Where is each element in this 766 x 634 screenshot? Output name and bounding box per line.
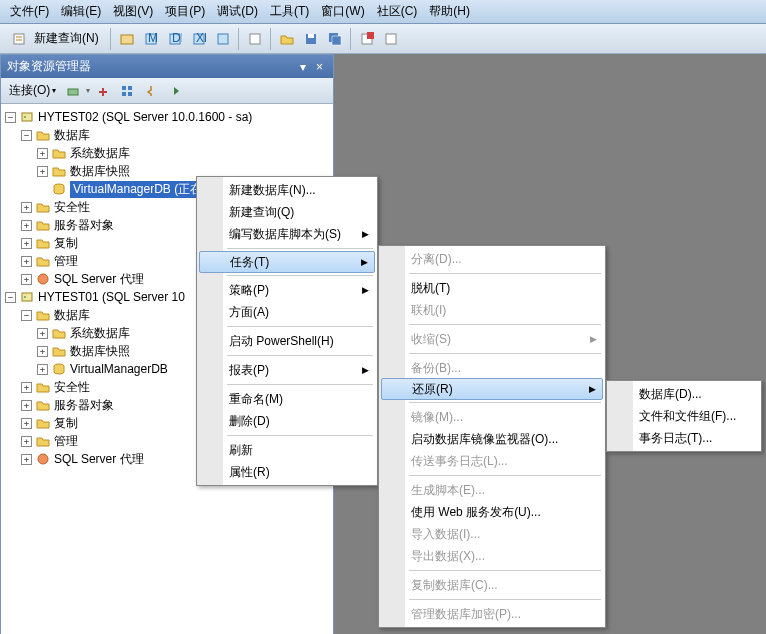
svg-rect-26 (22, 293, 32, 301)
new-query-button[interactable]: 新建查询(N) (4, 28, 106, 50)
ctx-refresh[interactable]: 刷新 (199, 439, 375, 461)
ctx-encrypt: 管理数据库加密(P)... (381, 603, 603, 625)
svg-rect-15 (367, 32, 374, 39)
folder-icon (35, 379, 51, 395)
tb-btn-7[interactable] (356, 28, 378, 50)
tb-btn-2[interactable]: MD (140, 28, 162, 50)
submenu-arrow-icon: ▶ (362, 229, 369, 239)
expand-icon[interactable]: + (21, 202, 32, 213)
menu-tools[interactable]: 工具(T) (264, 0, 315, 23)
open-button[interactable] (276, 28, 298, 50)
context-menu-3: 数据库(D)... 文件和文件组(F)... 事务日志(T)... (606, 380, 762, 452)
ctx-newquery[interactable]: 新建查询(Q) (199, 201, 375, 223)
panel-tb-3[interactable] (116, 80, 138, 102)
agent-icon (35, 271, 51, 287)
menu-view[interactable]: 视图(V) (107, 0, 159, 23)
expand-icon[interactable]: + (21, 238, 32, 249)
folder-icon (35, 433, 51, 449)
agent-icon (35, 451, 51, 467)
ctx-delete[interactable]: 删除(D) (199, 410, 375, 432)
panel-title-text: 对象资源管理器 (7, 58, 91, 75)
ctx-report[interactable]: 报表(P)▶ (199, 359, 375, 381)
expand-icon[interactable]: + (37, 364, 48, 375)
database-icon (51, 361, 67, 377)
ctx-restore-translog[interactable]: 事务日志(T)... (609, 427, 759, 449)
ctx-monitor[interactable]: 启动数据库镜像监视器(O)... (381, 428, 603, 450)
ctx-offline[interactable]: 脱机(T) (381, 277, 603, 299)
folder-icon (35, 307, 51, 323)
ctx-webpub[interactable]: 使用 Web 服务发布(U)... (381, 501, 603, 523)
menu-window[interactable]: 窗口(W) (315, 0, 370, 23)
expand-icon[interactable]: + (37, 346, 48, 357)
panel-tb-5[interactable] (164, 80, 186, 102)
ctx-script[interactable]: 编写数据库脚本为(S)▶ (199, 223, 375, 245)
ctx-properties[interactable]: 属性(R) (199, 461, 375, 483)
folder-icon (35, 253, 51, 269)
expand-icon[interactable]: + (21, 418, 32, 429)
ctx-restore-db[interactable]: 数据库(D)... (609, 383, 759, 405)
svg-rect-0 (14, 34, 24, 44)
tree-server1[interactable]: −HYTEST02 (SQL Server 10.0.1600 - sa) (3, 108, 331, 126)
folder-icon (51, 163, 67, 179)
menu-help[interactable]: 帮助(H) (423, 0, 476, 23)
panel-tb-1[interactable] (62, 80, 84, 102)
expand-icon[interactable]: + (21, 256, 32, 267)
collapse-icon[interactable]: − (21, 130, 32, 141)
expand-icon[interactable]: + (21, 436, 32, 447)
folder-icon (35, 397, 51, 413)
menu-community[interactable]: 社区(C) (371, 0, 424, 23)
panel-tb-2[interactable] (92, 80, 114, 102)
submenu-arrow-icon: ▶ (589, 384, 596, 394)
tb-btn-3[interactable]: DM (164, 28, 186, 50)
tb-btn-5[interactable] (212, 28, 234, 50)
ctx-policy[interactable]: 策略(P)▶ (199, 279, 375, 301)
expand-icon[interactable]: + (37, 166, 48, 177)
svg-text:MD: MD (148, 32, 158, 45)
svg-rect-11 (308, 34, 314, 38)
svg-rect-1 (121, 35, 133, 44)
expand-icon[interactable]: + (21, 220, 32, 231)
expand-icon[interactable]: + (21, 382, 32, 393)
svg-rect-18 (122, 86, 126, 90)
server-icon (19, 289, 35, 305)
tb-btn-4[interactable]: XM (188, 28, 210, 50)
context-menu-2: 分离(D)... 脱机(T) 联机(I) 收缩(S)▶ 备份(B)... 还原(… (378, 245, 606, 628)
ctx-copydb: 复制数据库(C)... (381, 574, 603, 596)
svg-rect-20 (122, 92, 126, 96)
menu-debug[interactable]: 调试(D) (211, 0, 264, 23)
ctx-newdb[interactable]: 新建数据库(N)... (199, 179, 375, 201)
collapse-icon[interactable]: − (5, 292, 16, 303)
ctx-tasks[interactable]: 任务(T)▶ (199, 251, 375, 273)
folder-icon (35, 235, 51, 251)
submenu-arrow-icon: ▶ (590, 334, 597, 344)
menu-project[interactable]: 项目(P) (159, 0, 211, 23)
panel-tb-4[interactable] (140, 80, 162, 102)
ctx-rename[interactable]: 重命名(M) (199, 388, 375, 410)
ctx-restore[interactable]: 还原(R)▶ (381, 378, 603, 400)
expand-icon[interactable]: + (21, 400, 32, 411)
ctx-facet[interactable]: 方面(A) (199, 301, 375, 323)
save-button[interactable] (300, 28, 322, 50)
expand-icon[interactable]: + (21, 454, 32, 465)
expand-icon[interactable]: + (37, 328, 48, 339)
ctx-restore-filegroup[interactable]: 文件和文件组(F)... (609, 405, 759, 427)
tb-btn-8[interactable] (380, 28, 402, 50)
save-all-button[interactable] (324, 28, 346, 50)
panel-toolbar: 连接(O) ▾ ▾ (1, 78, 333, 104)
ctx-expdata: 导出数据(X)... (381, 545, 603, 567)
tb-btn-1[interactable] (116, 28, 138, 50)
ctx-powershell[interactable]: 启动 PowerShell(H) (199, 330, 375, 352)
tree-databases1[interactable]: −数据库 (3, 126, 331, 144)
menu-edit[interactable]: 编辑(E) (55, 0, 107, 23)
svg-point-25 (38, 274, 48, 284)
expand-icon[interactable]: + (37, 148, 48, 159)
panel-close-icon[interactable]: × (312, 60, 327, 74)
panel-dropdown-icon[interactable]: ▾ (296, 60, 310, 74)
collapse-icon[interactable]: − (21, 310, 32, 321)
expand-icon[interactable]: + (21, 274, 32, 285)
connect-button[interactable]: 连接(O) ▾ (5, 80, 60, 101)
menu-file[interactable]: 文件(F) (4, 0, 55, 23)
tree-sysdb1[interactable]: +系统数据库 (3, 144, 331, 162)
collapse-icon[interactable]: − (5, 112, 16, 123)
tb-btn-6[interactable] (244, 28, 266, 50)
